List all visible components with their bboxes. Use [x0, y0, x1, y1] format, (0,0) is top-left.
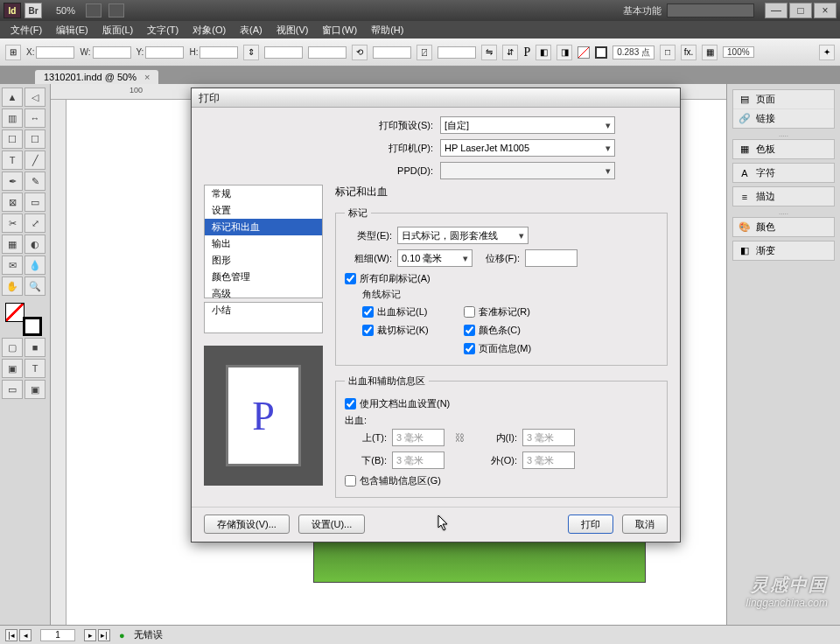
- menu-file[interactable]: 文件(F): [4, 22, 49, 38]
- rotate-input[interactable]: [373, 46, 411, 59]
- mark-weight-dropdown[interactable]: 0.10 毫米▾: [397, 249, 472, 267]
- bridge-badge[interactable]: Br: [24, 3, 42, 18]
- format-text-icon[interactable]: ▣: [2, 359, 23, 378]
- note-tool[interactable]: ✉: [2, 256, 23, 275]
- mark-type-dropdown[interactable]: 日式标记，圆形套准线▾: [397, 227, 528, 244]
- reg-marks-checkbox[interactable]: [464, 306, 475, 318]
- cat-advanced[interactable]: 高级: [205, 285, 322, 302]
- format-container-icon[interactable]: T: [24, 359, 46, 378]
- page-info-checkbox[interactable]: [464, 343, 475, 354]
- rectangle-frame-tool[interactable]: ⊠: [2, 192, 23, 212]
- pencil-tool[interactable]: ✎: [24, 172, 46, 191]
- cat-color-mgmt[interactable]: 颜色管理: [205, 269, 322, 285]
- category-list[interactable]: 常规 设置 标记和出血 输出 图形 颜色管理 高级 小结: [204, 185, 323, 298]
- ctrl-icon-b[interactable]: ◨: [556, 45, 572, 60]
- hand-tool[interactable]: ✋: [2, 276, 23, 296]
- cat-setup[interactable]: 设置: [205, 202, 322, 219]
- page-prev-button[interactable]: ◂: [19, 629, 32, 641]
- stroke-swatch[interactable]: [595, 46, 607, 59]
- menu-object[interactable]: 对象(O): [186, 22, 233, 38]
- menu-help[interactable]: 帮助(H): [364, 22, 410, 38]
- apply-color-icon[interactable]: ■: [24, 338, 46, 357]
- effects-icon[interactable]: □: [660, 45, 676, 60]
- page-first-button[interactable]: |◂: [5, 629, 18, 641]
- window-minimize-button[interactable]: —: [765, 3, 788, 18]
- setup-button[interactable]: 设置(U)...: [298, 514, 365, 534]
- printer-dropdown[interactable]: HP LaserJet M1005▾: [440, 139, 615, 157]
- rectangle-tool[interactable]: ▭: [24, 192, 46, 212]
- gradient-feather-tool[interactable]: ◐: [24, 234, 46, 254]
- include-slug-checkbox[interactable]: [345, 475, 356, 486]
- tab-close-icon[interactable]: ×: [144, 72, 150, 82]
- print-button[interactable]: 打印: [568, 514, 613, 534]
- content-collector-tool[interactable]: ☐: [2, 130, 23, 149]
- zoom-level[interactable]: 50%: [49, 5, 82, 16]
- save-preset-button[interactable]: 存储预设(V)...: [204, 514, 290, 534]
- menu-type[interactable]: 文字(T): [140, 22, 186, 38]
- window-close-button[interactable]: ×: [814, 3, 836, 18]
- panel-stroke[interactable]: ≡描边: [733, 187, 834, 206]
- w-input[interactable]: [93, 46, 131, 59]
- window-maximize-button[interactable]: □: [789, 3, 812, 18]
- ctrl-icon-a[interactable]: ◧: [536, 45, 551, 60]
- use-doc-bleed-checkbox[interactable]: [345, 398, 356, 410]
- panel-pages[interactable]: ▤页面: [733, 90, 834, 109]
- crop-marks-checkbox[interactable]: [362, 325, 374, 336]
- cat-general[interactable]: 常规: [205, 186, 322, 202]
- pen-tool[interactable]: ✒: [2, 172, 23, 191]
- flip-h-icon[interactable]: ⇋: [481, 45, 497, 60]
- page-last-button[interactable]: ▸|: [98, 629, 110, 641]
- scale-x-input[interactable]: [264, 46, 303, 59]
- type-tool[interactable]: T: [2, 150, 23, 170]
- scale-y-input[interactable]: [308, 46, 346, 59]
- fill-swatch[interactable]: [578, 46, 590, 59]
- content-placer-tool[interactable]: ☐: [24, 130, 46, 149]
- all-marks-checkbox[interactable]: [345, 273, 356, 284]
- rotate-icon[interactable]: ⟲: [352, 45, 368, 60]
- flip-v-icon[interactable]: ⇵: [502, 45, 518, 60]
- y-input[interactable]: [145, 46, 184, 59]
- fill-stroke-control[interactable]: [2, 301, 46, 336]
- menu-view[interactable]: 视图(V): [270, 22, 316, 38]
- tab-document[interactable]: 1310201.indd @ 50% ×: [35, 70, 158, 84]
- screen-mode-icon[interactable]: [108, 4, 124, 18]
- menu-window[interactable]: 窗口(W): [315, 22, 364, 38]
- cat-marks-bleed[interactable]: 标记和出血: [205, 219, 322, 235]
- cat-output[interactable]: 输出: [205, 235, 322, 252]
- cat-graphics[interactable]: 图形: [205, 252, 322, 269]
- fx-icon[interactable]: fx.: [681, 45, 696, 60]
- reference-point-icon[interactable]: ⊞: [5, 45, 21, 60]
- view-arrange-icon[interactable]: [86, 4, 102, 18]
- link-bleed-icon[interactable]: ⛓: [455, 432, 465, 443]
- x-input[interactable]: [36, 46, 74, 59]
- workspace-switcher[interactable]: 基本功能: [623, 4, 662, 18]
- scissors-tool[interactable]: ✂: [2, 214, 23, 233]
- stroke-color-icon[interactable]: [23, 317, 42, 336]
- shear-icon[interactable]: ⍁: [416, 45, 432, 60]
- cancel-button[interactable]: 取消: [622, 514, 668, 534]
- menu-table[interactable]: 表(A): [233, 22, 270, 38]
- view-mode-normal[interactable]: ▭: [2, 380, 23, 399]
- panel-character[interactable]: A字符: [733, 164, 834, 182]
- help-search-input[interactable]: [667, 4, 754, 18]
- line-tool[interactable]: ╱: [24, 150, 46, 170]
- page-tool[interactable]: ▥: [2, 108, 23, 128]
- fill-color-icon[interactable]: [5, 303, 24, 322]
- constrain-icon[interactable]: ⇕: [243, 45, 259, 60]
- wrap-icon[interactable]: ▦: [702, 45, 718, 60]
- menu-edit[interactable]: 编辑(E): [49, 22, 95, 38]
- panel-color[interactable]: 🎨颜色: [733, 218, 834, 236]
- quick-apply-icon[interactable]: ✦: [819, 45, 835, 60]
- gap-tool[interactable]: ↔: [24, 108, 46, 128]
- panel-links[interactable]: 🔗链接: [733, 109, 834, 128]
- h-input[interactable]: [200, 46, 238, 59]
- zoom-tool[interactable]: 🔍: [24, 276, 46, 296]
- shear-input[interactable]: [438, 46, 476, 59]
- free-transform-tool[interactable]: ⤢: [24, 214, 46, 233]
- gradient-swatch-tool[interactable]: ▦: [2, 234, 23, 254]
- direct-selection-tool[interactable]: ◁: [24, 88, 46, 107]
- stroke-weight-value[interactable]: 0.283 点: [612, 46, 654, 60]
- preset-dropdown[interactable]: [自定]▾: [440, 116, 615, 134]
- preflight-status-icon[interactable]: ●: [119, 630, 125, 640]
- bleed-marks-checkbox[interactable]: [362, 306, 374, 318]
